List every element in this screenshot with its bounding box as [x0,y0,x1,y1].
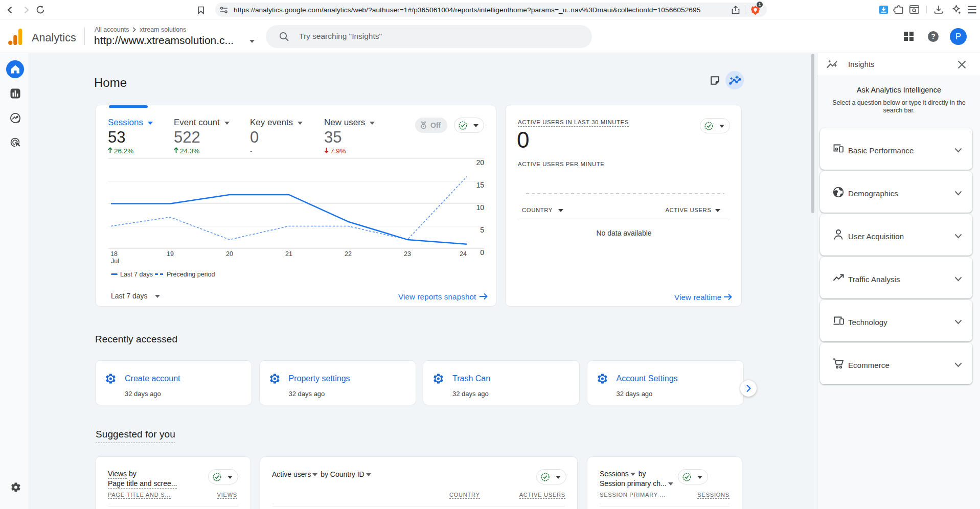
svg-text:19: 19 [167,250,174,258]
svg-text:15: 15 [476,181,484,189]
svg-text:0: 0 [480,248,484,257]
svg-text:20: 20 [476,158,484,167]
svg-text:10: 10 [476,203,484,212]
svg-text:24: 24 [460,250,467,258]
svg-text:23: 23 [404,250,411,258]
svg-text:22: 22 [345,250,352,258]
svg-text:18: 18 [110,250,118,258]
svg-text:20: 20 [226,250,233,258]
svg-text:Jul: Jul [111,258,119,265]
svg-text:5: 5 [480,226,484,234]
svg-text:21: 21 [285,250,292,258]
